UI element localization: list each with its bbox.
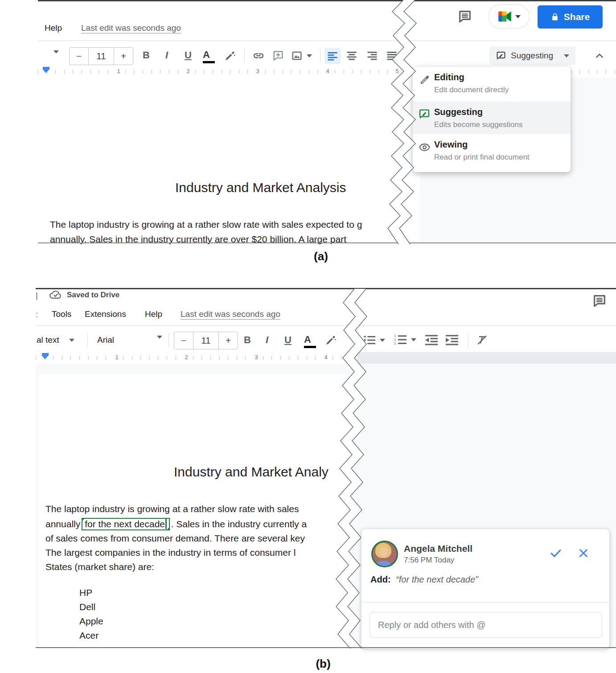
text-color-button[interactable]: A [203, 50, 215, 63]
toolbar-separator [168, 333, 169, 347]
paragraph-style-select[interactable]: al text [37, 335, 74, 345]
font-size-decrease-button[interactable]: − [174, 332, 193, 349]
font-size-control[interactable]: − 11 + [174, 332, 238, 349]
mode-dropdown-caret [564, 54, 569, 57]
mode-menu-item-editing[interactable]: Editing Edit document directly [413, 67, 571, 102]
paragraph-text: . Sales in the industry currently a [171, 519, 307, 529]
menu-tools[interactable]: Tools [52, 309, 71, 319]
mode-item-description: Edit document directly [434, 86, 509, 94]
font-size-decrease-button[interactable]: − [70, 48, 88, 65]
font-size-control[interactable]: − 11 + [69, 47, 133, 65]
ruler-number: 4 [323, 354, 329, 361]
torn-edge [383, 0, 432, 244]
menu-help[interactable]: Help [145, 309, 162, 319]
document-paragraph-line: The largest companies in the industry in… [45, 547, 296, 558]
ruler-number: 3 [253, 354, 259, 361]
editing-mode-button[interactable]: Suggesting [489, 46, 575, 65]
ruler-number: 2 [183, 354, 189, 361]
mode-item-description: Read or print final document [434, 153, 530, 162]
toolbar-separator [87, 333, 88, 347]
underline-button[interactable]: U [284, 335, 292, 345]
paragraph-style-value: al text [37, 335, 59, 345]
mode-menu-item-suggesting[interactable]: Suggesting Edits become suggestions [413, 102, 571, 134]
figure-caption-b: (b) [279, 657, 368, 671]
comment-divider [361, 602, 609, 603]
comment-card: Angela Mitchell 7:56 PM Today Add: “for … [361, 529, 610, 649]
increase-indent-icon[interactable] [446, 335, 458, 345]
document-paragraph-line: States (market share) are: [45, 562, 154, 572]
suggested-insertion[interactable]: for the next decade [82, 518, 169, 530]
open-comments-icon[interactable] [456, 8, 473, 25]
font-size-input[interactable]: 11 [193, 332, 219, 349]
mode-item-label: Suggesting [434, 107, 483, 117]
mode-item-label: Viewing [434, 140, 468, 150]
insert-image-icon [291, 49, 303, 62]
list-item: Acer [79, 630, 99, 641]
comment-quote: “for the next decade” [396, 575, 478, 584]
reject-suggestion-icon[interactable] [577, 547, 590, 559]
ruler-number: 2 [185, 68, 191, 74]
mode-item-label: Editing [434, 72, 464, 82]
italic-button[interactable]: I [266, 335, 268, 345]
indent-marker[interactable] [42, 353, 49, 359]
font-size-input[interactable]: 11 [88, 48, 114, 65]
style-dropdown-caret [69, 339, 74, 342]
indent-marker[interactable] [43, 67, 49, 73]
editing-mode-menu: Editing Edit document directly Suggestin… [413, 67, 571, 172]
menu-help[interactable]: Help [45, 23, 62, 33]
screenshot-a-top-border [38, 0, 616, 1]
screenshot-a-bottom-border [38, 242, 616, 243]
meet-button[interactable] [489, 4, 530, 29]
toolbar-separator [468, 333, 468, 347]
avatar [371, 541, 398, 567]
italic-button[interactable]: I [165, 50, 168, 60]
highlight-color-icon[interactable] [223, 49, 236, 62]
more-toolbar-caret[interactable] [53, 53, 59, 62]
paragraph-text: annually [45, 519, 80, 529]
numbered-list-button[interactable]: 123 [394, 334, 416, 345]
saved-to-drive-status[interactable]: Saved to Drive [67, 291, 119, 300]
cropped-edge-fragment: | [36, 291, 38, 300]
align-center-button[interactable] [347, 52, 357, 60]
open-comments-icon[interactable] [591, 292, 608, 309]
text-color-button[interactable]: A [304, 335, 316, 348]
accept-suggestion-icon[interactable] [549, 546, 563, 560]
font-size-increase-button[interactable]: + [114, 48, 133, 65]
insert-image-button[interactable] [291, 49, 312, 62]
menu-extensions[interactable]: Extensions [85, 309, 126, 319]
hide-menus-chevron-icon[interactable] [594, 50, 605, 62]
add-comment-icon[interactable] [272, 49, 284, 62]
image-dropdown-caret [307, 54, 312, 57]
svg-text:3: 3 [394, 341, 396, 345]
mode-menu-item-viewing[interactable]: Viewing Read or print final document [413, 134, 571, 172]
reply-placeholder: Reply or add others with @ [378, 620, 486, 630]
last-edit-link[interactable]: Last edit was seconds ago [181, 309, 280, 320]
align-left-button[interactable] [324, 48, 341, 64]
reply-input[interactable]: Reply or add others with @ [370, 612, 602, 638]
document-page[interactable] [38, 78, 420, 243]
comment-body: Add: “for the next decade” [370, 575, 478, 585]
comment-timestamp: 7:56 PM Today [404, 556, 454, 565]
text-color-glyph: A [304, 334, 311, 345]
numbered-list-caret [411, 338, 416, 341]
underline-button[interactable]: U [185, 50, 192, 60]
ruler-number: 4 [324, 68, 330, 74]
toolbar-separator [320, 49, 320, 62]
clear-formatting-icon[interactable] [475, 333, 489, 347]
insert-link-icon[interactable] [251, 49, 266, 62]
last-edit-link[interactable]: Last edit was seconds ago [81, 23, 181, 33]
screenshot-b-bottom-border [36, 647, 616, 648]
bulleted-list-caret [380, 339, 385, 342]
font-size-increase-button[interactable]: + [219, 332, 238, 349]
decrease-indent-icon[interactable] [425, 335, 438, 345]
font-dropdown-caret[interactable] [157, 339, 162, 347]
header-divider [36, 325, 616, 326]
font-family-value: Arial [97, 335, 114, 345]
text-color-glyph: A [203, 49, 210, 60]
bold-button[interactable]: B [143, 50, 150, 60]
font-family-select[interactable]: Arial [97, 335, 114, 345]
bold-button[interactable]: B [244, 335, 251, 345]
align-right-button[interactable] [367, 52, 377, 60]
share-button[interactable]: Share [538, 5, 603, 29]
document-paragraph-line: of sales comes from consumer demand. The… [45, 533, 305, 544]
